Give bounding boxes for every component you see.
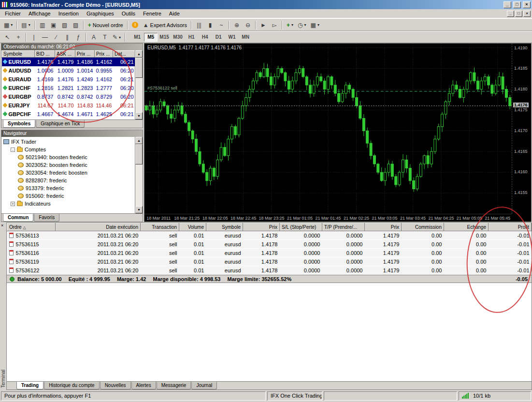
templates-button[interactable]: ▦▾ [309, 20, 321, 30]
minimize-button[interactable]: _ [503, 1, 511, 8]
order-row-57536122[interactable]: 575361222011.03.21 06:20sell0.01eurusd1.… [7, 266, 532, 275]
market-watch-row-audusd[interactable]: AUDUSD1.00061.00091.00140.995506:20 [2, 66, 135, 75]
order-row-57536113[interactable]: 575361132011.03.21 06:20sell0.01eurusd1.… [7, 231, 532, 240]
market-watch-column-0[interactable]: Symbole [2, 51, 35, 58]
horizontal-line-tool[interactable]: — [40, 32, 50, 42]
fibonacci-tool[interactable]: ƒ [73, 32, 84, 42]
indicators-button[interactable]: +▾ [285, 20, 295, 30]
navigator-tab-commun[interactable]: Commun [3, 214, 33, 222]
orders-column-5[interactable]: Prix [243, 223, 280, 231]
orders-column-1[interactable]: Date exécution [56, 223, 141, 231]
tree-item-8282807-frederic[interactable]: 8282807: frederic [1, 177, 143, 184]
channel-tool[interactable]: ∥ [62, 32, 72, 42]
tree-item-3023054-frederic-boosten[interactable]: 3023054: frederic boosten [1, 169, 143, 177]
menu-fichier[interactable]: Fichier [1, 10, 25, 17]
auto-scroll-button[interactable]: ► [258, 20, 269, 30]
orders-column-0[interactable]: Ordre△ [7, 223, 56, 231]
terminal-tab-historique-du-compte[interactable]: Historique du compte [44, 382, 100, 389]
scroll-up-button[interactable]: ▲ [135, 137, 143, 144]
periods-button[interactable]: ◷▾ [296, 20, 308, 30]
timeframe-d1[interactable]: D1 [212, 33, 225, 42]
menu-graphiques[interactable]: Graphiques [83, 10, 118, 17]
navigator-scrollbar[interactable]: ▲ ▼ [135, 137, 143, 213]
navigator-tab-favoris[interactable]: Favoris [34, 214, 59, 222]
expand-icon[interactable]: + [11, 202, 15, 206]
timeframe-m15[interactable]: M15 [158, 33, 171, 42]
orders-column-6[interactable]: S/L (Stop/Perte) [280, 223, 322, 231]
chart-shift-button[interactable]: ▻ [269, 20, 280, 30]
tree-item-ifx-trader[interactable]: IFX Trader [1, 138, 143, 146]
market-watch-tab-graphique-en-tick[interactable]: Graphique en Tick [36, 120, 85, 128]
market-watch-column-2[interactable]: ASK ... [55, 51, 75, 58]
trendline-tool[interactable]: ∕ [51, 32, 61, 42]
order-row-57536116[interactable]: 575361162011.03.21 06:20sell0.01eurusd1.… [7, 249, 532, 257]
cursor-tool[interactable]: ↖ [2, 32, 13, 42]
collapse-icon[interactable]: - [11, 148, 15, 152]
market-watch-scrollbar[interactable]: ▲ ▼ [135, 50, 143, 119]
timeframe-m5[interactable]: M5 [144, 33, 158, 42]
menu-insertion[interactable]: Insertion [55, 10, 83, 17]
mdi-minimize-button[interactable]: _ [507, 11, 514, 17]
scroll-up-button[interactable]: ▲ [135, 50, 143, 58]
new-order-button[interactable]: +Nouvel ordre [86, 20, 125, 30]
terminal-tab-journal[interactable]: Journal [191, 382, 217, 389]
price-axis[interactable]: 1.41901.41851.41801.41751.41701.41651.41… [512, 44, 531, 214]
new-chart-button[interactable]: ▦▾ [2, 20, 14, 30]
market-watch-tab-symboles[interactable]: Symboles [3, 120, 35, 128]
text-tool[interactable]: A [88, 32, 99, 42]
orders-column-4[interactable]: Symbole [206, 223, 243, 231]
profiles-button[interactable]: ▤▾ [19, 20, 32, 30]
timeframe-m1[interactable]: M1 [130, 33, 144, 42]
expert-advisors-button[interactable]: ▲Expert Advisors [141, 20, 189, 30]
orders-column-3[interactable]: Volume [179, 223, 206, 231]
mdi-restore-button[interactable]: □ [515, 11, 522, 17]
menu-aide[interactable]: Aide [165, 10, 184, 17]
label-tool[interactable]: T [100, 32, 110, 42]
time-axis[interactable]: 18 Mar 201118 Mar 21:2518 Mar 22:0518 Ma… [144, 214, 512, 222]
scroll-down-button[interactable]: ▼ [135, 206, 143, 213]
crosshair-tool[interactable]: + [13, 32, 24, 42]
orders-column-2[interactable]: Transaction [141, 223, 179, 231]
scroll-down-button[interactable]: ▼ [135, 112, 143, 119]
timeframe-m30[interactable]: M30 [171, 33, 185, 42]
market-watch-row-eurchf[interactable]: EURCHF1.28161.28211.28231.277706:20 [2, 84, 135, 92]
tree-item-913379-frederic[interactable]: 913379: frederic [1, 184, 143, 192]
bar-chart-button[interactable]: ||| [194, 20, 204, 30]
timeframe-h4[interactable]: H4 [198, 33, 212, 42]
terminal-tab-trading[interactable]: Trading [16, 382, 43, 389]
terminal-tab-nouvelles[interactable]: Nouvelles [100, 382, 131, 389]
timeframe-mn[interactable]: MN [239, 33, 252, 42]
scroll-track[interactable] [135, 58, 143, 112]
timeframe-w1[interactable]: W1 [225, 33, 239, 42]
order-row-57536115[interactable]: 575361152011.03.21 06:20sell0.01eurusd1.… [7, 240, 532, 249]
scroll-thumb[interactable] [135, 144, 143, 164]
order-row-57536119[interactable]: 575361192011.03.21 06:20sell0.01eurusd1.… [7, 257, 532, 266]
orders-column-7[interactable]: T/P (Prendre/... [322, 223, 365, 231]
navigator-toggle[interactable]: ▧ [59, 20, 70, 30]
tree-item-5021940-boosten-frederic[interactable]: 5021940: boosten frederic [1, 153, 143, 161]
line-chart-button[interactable]: ~ [216, 20, 227, 30]
market-watch-row-eurusd[interactable]: EURUSD1.41761.41791.41861.416206:21 [2, 58, 135, 66]
terminal-close-button[interactable]: × [1, 223, 3, 228]
tree-item-comptes[interactable]: -Comptes [1, 146, 143, 153]
market-watch-column-1[interactable]: BID ... [35, 51, 55, 58]
zoom-in-button[interactable]: ⊕ [231, 20, 242, 30]
menu-outils[interactable]: Outils [118, 10, 139, 17]
menu-fenetre[interactable]: Fenetre [139, 10, 165, 17]
orders-column-11[interactable]: Profit [489, 223, 532, 231]
orders-column-10[interactable]: Echange [444, 223, 489, 231]
scroll-track[interactable] [135, 144, 143, 206]
tree-item-3023052-boosten-frederic[interactable]: 3023052: boosten frederic [1, 161, 143, 169]
tree-item-indicateurs[interactable]: +Indicateurs [1, 200, 143, 208]
tree-item-915060-frederic[interactable]: 915060: frederic [1, 192, 143, 200]
zoom-out-button[interactable]: ⊖ [243, 20, 253, 30]
candlestick-chart-button[interactable]: ▮ [205, 20, 216, 30]
market-watch-toggle[interactable]: ▥ [37, 20, 48, 30]
data-window-toggle[interactable]: ▣ [48, 20, 59, 30]
scroll-thumb[interactable] [135, 58, 143, 78]
market-watch-row-eurjpy[interactable]: EURJPY114.67114.70114.83114.4606:21 [2, 101, 135, 110]
market-watch-column-4[interactable]: Prix ... [95, 51, 113, 58]
terminal-toggle[interactable]: ▨ [71, 20, 81, 30]
info-button[interactable]: ! [130, 20, 141, 30]
restore-button[interactable]: □ [513, 1, 521, 8]
